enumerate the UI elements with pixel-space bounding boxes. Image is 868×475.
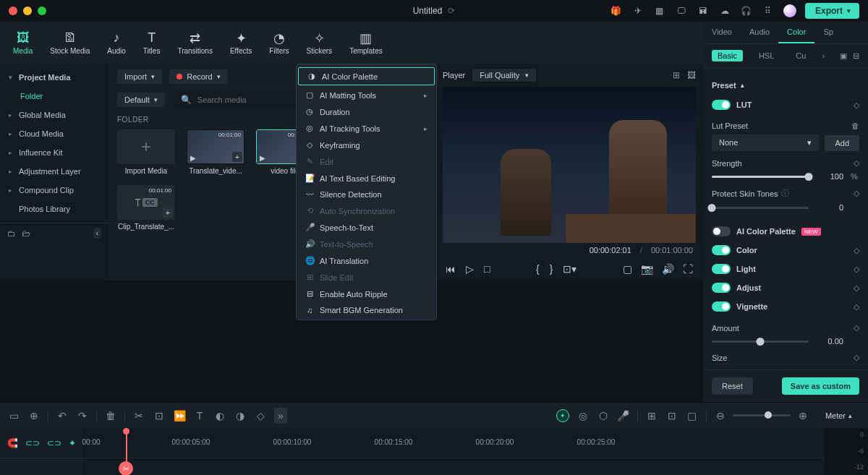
adjust-toggle[interactable] bbox=[712, 283, 731, 293]
keyframe-diamond-icon[interactable]: ◇ bbox=[854, 189, 859, 198]
cloud-icon[interactable]: ☁ bbox=[718, 4, 731, 17]
more-tools-icon[interactable]: » bbox=[274, 408, 287, 424]
marker-icon[interactable]: ▢ bbox=[623, 263, 632, 275]
nav-media[interactable]: 🖼Media bbox=[6, 28, 40, 58]
color-icon[interactable]: ◑ bbox=[234, 410, 247, 421]
keyframe-diamond-icon[interactable]: ◇ bbox=[854, 283, 859, 293]
ratio-icon[interactable]: ⊡▾ bbox=[563, 263, 576, 275]
lut-toggle[interactable] bbox=[712, 100, 731, 110]
app1-icon[interactable]: ▦ bbox=[653, 4, 666, 17]
user-avatar[interactable] bbox=[783, 4, 796, 17]
split-handle-icon[interactable]: ✂ bbox=[119, 461, 133, 475]
sidebar-photos-library[interactable]: Photos Library bbox=[0, 200, 109, 218]
skin-slider[interactable] bbox=[712, 207, 809, 209]
ctx-duration[interactable]: ◷Duration bbox=[297, 103, 436, 120]
link-icon[interactable]: ⊂⊃ bbox=[25, 438, 40, 448]
preset-section[interactable]: Preset▴ bbox=[712, 81, 859, 90]
light-toggle[interactable] bbox=[712, 264, 731, 274]
layout-icon[interactable]: ⊟ bbox=[853, 51, 859, 61]
volume-icon[interactable]: 🔊 bbox=[662, 263, 674, 275]
ctx-smart-bgm[interactable]: ♫Smart BGM Generation bbox=[297, 302, 436, 318]
mic2-icon[interactable]: 🎤 bbox=[617, 410, 630, 421]
monitor-icon[interactable]: 🖵 bbox=[675, 4, 688, 17]
record-button[interactable]: Record▾ bbox=[169, 69, 227, 84]
sidebar-influence-kit[interactable]: ▸Influence Kit bbox=[0, 143, 109, 162]
save-icon[interactable]: 🖬 bbox=[697, 4, 710, 17]
ctx-ai-matting[interactable]: ▢AI Matting Tools▸ bbox=[297, 87, 436, 103]
ctx-auto-ripple[interactable]: ⊟Enable Auto Ripple bbox=[297, 286, 436, 302]
new-folder-icon[interactable]: 🗀 bbox=[7, 228, 16, 239]
mask-icon[interactable]: ◐ bbox=[213, 410, 226, 421]
text-tool-icon[interactable]: T bbox=[193, 410, 206, 421]
marker3-icon[interactable]: ▢ bbox=[686, 410, 699, 421]
collapse-sidebar[interactable]: ‹ bbox=[93, 228, 101, 239]
playhead[interactable]: ✂ bbox=[126, 428, 127, 475]
trash-icon[interactable]: 🗑 bbox=[851, 121, 859, 130]
zoom-in-icon[interactable]: ⊕ bbox=[796, 410, 809, 421]
mark-out-icon[interactable]: } bbox=[550, 263, 553, 275]
ctx-keyframing[interactable]: ◇Keyframing bbox=[297, 137, 436, 153]
ai-palette-toggle[interactable] bbox=[712, 226, 731, 236]
add-to-timeline-icon[interactable]: + bbox=[232, 152, 242, 162]
nav-effects[interactable]: ✦Effects bbox=[223, 28, 259, 58]
keyframe-diamond-icon[interactable]: ◇ bbox=[854, 265, 859, 274]
keyframe-tool-icon[interactable]: ◇ bbox=[254, 410, 267, 421]
ctx-ai-translation[interactable]: 🌐AI Translation bbox=[297, 252, 436, 269]
apps-icon[interactable]: ⠿ bbox=[762, 4, 775, 17]
tab-video[interactable]: Video bbox=[703, 22, 741, 43]
keyframe-diamond-icon[interactable]: ◇ bbox=[854, 323, 859, 333]
link2-icon[interactable]: ⊂⊃ bbox=[47, 438, 61, 448]
zoom-slider[interactable] bbox=[733, 414, 791, 416]
save-custom-button[interactable]: Save as custom bbox=[782, 377, 859, 395]
select-tool-icon[interactable]: ▭ bbox=[7, 410, 20, 421]
info-icon[interactable]: ⓘ bbox=[781, 188, 789, 199]
ctx-ai-color-palette[interactable]: ◑AI Color Palette bbox=[298, 67, 435, 85]
hand-tool-icon[interactable]: ⊕ bbox=[27, 410, 41, 421]
compare-icon[interactable]: ▣ bbox=[840, 51, 847, 61]
reset-button[interactable]: Reset bbox=[712, 377, 753, 395]
ctx-ai-tracking[interactable]: ◎AI Tracking Tools▸ bbox=[297, 120, 436, 137]
sidebar-folder[interactable]: Folder bbox=[0, 87, 109, 106]
sort-default[interactable]: Default▾ bbox=[117, 93, 165, 107]
send-icon[interactable]: ✈ bbox=[631, 4, 644, 17]
subtab-curves[interactable]: Cu bbox=[790, 50, 812, 61]
sidebar-project-media[interactable]: ▾Project Media bbox=[0, 68, 109, 87]
subtab-hsl[interactable]: HSL bbox=[753, 50, 780, 61]
add-lut-button[interactable]: Add bbox=[825, 135, 859, 151]
crop-icon[interactable]: ⊡ bbox=[153, 410, 166, 421]
headphone-icon[interactable]: 🎧 bbox=[740, 4, 753, 17]
keyframe-diamond-icon[interactable]: ◇ bbox=[854, 158, 859, 168]
tab-color[interactable]: Color bbox=[778, 22, 814, 43]
cloud-sync-icon[interactable]: ⟳ bbox=[448, 6, 455, 16]
ai-badge-icon[interactable]: ✦ bbox=[556, 409, 569, 422]
mixer-icon[interactable]: ⊞ bbox=[645, 410, 658, 421]
sidebar-adjustment-layer[interactable]: ▸Adjustment Layer bbox=[0, 162, 109, 181]
player-viewport[interactable] bbox=[443, 87, 696, 243]
minimize-window[interactable] bbox=[23, 7, 32, 15]
grid-view-icon[interactable]: ⊞ bbox=[673, 70, 680, 80]
maximize-window[interactable] bbox=[38, 7, 46, 15]
picture-icon[interactable]: 🖼 bbox=[687, 70, 696, 80]
delete-icon[interactable]: 🗑 bbox=[104, 410, 117, 421]
keyframe-diamond-icon[interactable]: ◇ bbox=[854, 100, 859, 110]
media-item[interactable]: T CC 00:01:00 + Clip_Translate_... bbox=[117, 185, 175, 231]
vignette-toggle[interactable] bbox=[712, 301, 731, 312]
nav-templates[interactable]: ▥Templates bbox=[342, 28, 390, 58]
ctx-silence-detection[interactable]: 〰Silence Detection bbox=[297, 187, 436, 202]
redo-icon[interactable]: ↷ bbox=[76, 410, 89, 421]
media-item[interactable]: 00:01:00▶+ Translate_vide... bbox=[187, 129, 244, 175]
marker2-icon[interactable]: ◎ bbox=[576, 410, 590, 421]
mark-in-icon[interactable]: { bbox=[536, 263, 540, 275]
zoom-out-icon[interactable]: ⊖ bbox=[714, 410, 727, 421]
keyframe-diamond-icon[interactable]: ◇ bbox=[854, 353, 859, 362]
auto-icon[interactable]: ✦ bbox=[69, 438, 76, 448]
stop-icon[interactable]: □ bbox=[484, 263, 490, 275]
strength-slider[interactable] bbox=[712, 176, 809, 178]
ctx-text-editing[interactable]: 📝AI Text Based Editing bbox=[297, 170, 436, 187]
scroll-tabs-icon[interactable]: › bbox=[822, 51, 825, 60]
step-back-icon[interactable]: ⏮ bbox=[446, 263, 456, 275]
nav-audio[interactable]: ♪Audio bbox=[100, 28, 133, 58]
import-button[interactable]: Import▾ bbox=[117, 69, 162, 84]
lut-preset-select[interactable]: None▾ bbox=[712, 134, 819, 151]
nav-stock[interactable]: 🖻Stock Media bbox=[43, 28, 97, 58]
